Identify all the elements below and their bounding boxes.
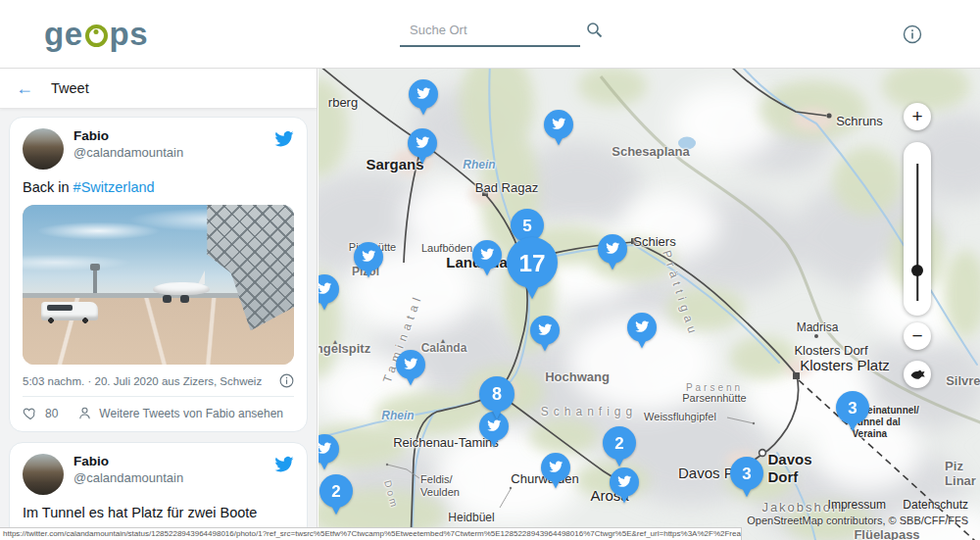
map-attribution: Impressum Datenschutz OpenStreetMap cont… [747, 498, 968, 526]
map[interactable]: rbergSargansRheinBad RagazSchrunsSchesap… [318, 69, 980, 540]
zoom-slider-track [916, 164, 918, 301]
logo-text-ge: ge [44, 16, 83, 53]
tweet-pin[interactable] [598, 234, 627, 275]
tweet-pin[interactable] [318, 434, 339, 475]
tweet-text: Im Tunnel es hat Platz für zwei Boote [23, 505, 294, 520]
zoom-slider[interactable] [904, 142, 931, 316]
cluster-marker[interactable]: 2 [603, 426, 636, 472]
app-header: geps [0, 0, 980, 69]
tweet-pin[interactable] [354, 242, 383, 283]
avatar[interactable] [23, 454, 64, 495]
cluster-marker[interactable]: 8 [479, 376, 514, 425]
cluster-marker[interactable]: 2 [319, 474, 353, 520]
heart-icon [23, 406, 38, 420]
card-divider [23, 396, 294, 397]
twitter-icon[interactable] [273, 456, 294, 473]
geops-logo: geps [44, 16, 148, 53]
tweet-pin[interactable] [318, 274, 339, 316]
twitter-icon[interactable] [273, 130, 294, 148]
zoom-out-button[interactable]: − [904, 322, 931, 350]
tweet-pin[interactable] [610, 467, 639, 509]
search-box [400, 14, 580, 47]
photo-airplane [147, 270, 240, 319]
profile-button[interactable] [77, 406, 92, 420]
svg-text:2: 2 [614, 434, 623, 453]
extra-map-button[interactable] [904, 361, 931, 388]
map-markers: 51782233 [318, 69, 980, 540]
cluster-marker[interactable]: 3 [836, 391, 869, 437]
cluster-marker[interactable]: 17 [507, 237, 558, 306]
tweet-pin[interactable] [541, 453, 570, 494]
person-icon [77, 406, 92, 420]
more-tweets-link[interactable]: Weitere Tweets von Fabio ansehen [99, 407, 283, 420]
fish-icon [909, 368, 926, 381]
logo-ring-icon [85, 25, 108, 47]
like-count: 80 [45, 407, 58, 420]
svg-text:3: 3 [848, 399, 857, 417]
svg-text:8: 8 [492, 384, 502, 404]
tweet-pin[interactable] [530, 316, 560, 357]
status-bar-url: https://twitter.com/calandamountain/stat… [0, 527, 742, 540]
svg-text:17: 17 [519, 250, 546, 276]
author-handle: @calandamountain [74, 145, 273, 160]
svg-text:5: 5 [522, 217, 531, 235]
tweet-author: Fabio @calandamountain [74, 454, 273, 485]
info-icon [903, 25, 922, 44]
hashtag-link[interactable]: #Switzerland [74, 179, 155, 195]
tweet-text: Back in #Switzerland [23, 179, 294, 195]
tweet-timestamp: 5:03 nachm. · 20. Juli 2020 aus Zizers, … [23, 375, 262, 387]
tweet-pin[interactable] [409, 79, 438, 121]
tweet-pin[interactable] [544, 110, 573, 151]
zoom-slider-handle[interactable] [911, 265, 923, 276]
tweet-author: Fabio @calandamountain [74, 128, 273, 160]
logo-text-ps: ps [110, 16, 149, 53]
avatar[interactable] [23, 128, 64, 170]
tweet-pin[interactable] [408, 128, 437, 170]
tweet-pin[interactable] [627, 313, 657, 354]
tweet-info-button[interactable] [279, 373, 294, 388]
tweet-photo[interactable] [23, 205, 294, 365]
panel-header: ← Tweet [0, 69, 317, 109]
author-name[interactable]: Fabio [74, 454, 273, 468]
cluster-marker[interactable]: 3 [730, 457, 763, 503]
tweet-pin[interactable] [396, 350, 425, 391]
tweet-card: Fabio @calandamountain Im Tunnel es hat … [9, 442, 308, 540]
tweet-card: Fabio @calandamountain Back in #Switzerl… [9, 117, 308, 432]
search-icon[interactable] [586, 22, 603, 38]
author-name[interactable]: Fabio [74, 128, 273, 143]
map-copyright: OpenStreetMap contributors, © SBB/CFF/FF… [747, 515, 968, 526]
panel-title: Tweet [51, 80, 89, 96]
tweet-list: Fabio @calandamountain Back in #Switzerl… [0, 109, 317, 540]
tweet-pin[interactable] [472, 240, 502, 281]
author-handle: @calandamountain [74, 470, 273, 485]
info-circle-icon [279, 373, 294, 388]
search-input[interactable] [400, 23, 586, 37]
photo-control-tower [93, 264, 97, 293]
info-button[interactable] [903, 25, 922, 44]
impressum-link[interactable]: Impressum [828, 498, 886, 512]
tweet-panel: ← Tweet Fabio @calandamountain Back in #… [0, 69, 318, 540]
datenschutz-link[interactable]: Datenschutz [903, 498, 968, 512]
svg-text:3: 3 [742, 465, 751, 483]
page: { "header": { "logo_ge": "ge", "logo_ps"… [0, 0, 980, 540]
svg-text:2: 2 [331, 482, 340, 501]
back-button[interactable]: ← [16, 79, 33, 97]
photo-tow-vehicle [41, 302, 98, 320]
like-button[interactable] [23, 406, 38, 420]
zoom-in-button[interactable]: + [904, 103, 931, 130]
